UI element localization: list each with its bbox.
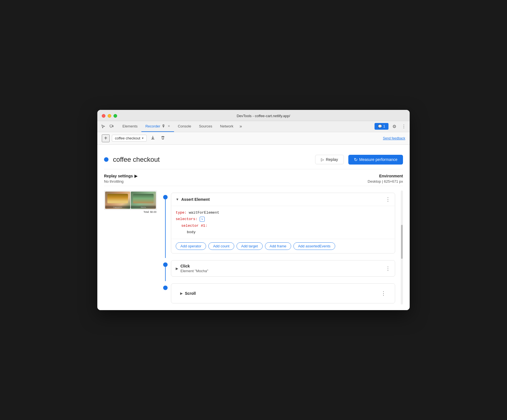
step-more-scroll[interactable]: ⋮	[381, 290, 386, 296]
step-connector-2	[165, 267, 166, 281]
nav-tabs: Elements Recorder 🎙 ✕ Console Sources Ne…	[119, 121, 375, 132]
settings-gear-icon[interactable]: ⚙	[391, 123, 398, 130]
step-header-click: ▶ Click Element "Mocha" ⋮	[171, 260, 395, 276]
chat-icon: 💬	[378, 124, 382, 128]
step-sub-click: Element "Mocha"	[180, 268, 383, 273]
step-more-assert[interactable]: ⋮	[385, 196, 390, 202]
svg-rect-1	[113, 125, 113, 127]
environment-label: Environment	[368, 174, 403, 178]
tab-network[interactable]: Network	[216, 121, 237, 132]
devtools-nav: Elements Recorder 🎙 ✕ Console Sources Ne…	[97, 121, 410, 132]
tab-console-label: Console	[178, 124, 191, 128]
collapse-icon-scroll[interactable]: ▶	[180, 291, 183, 295]
add-count-button[interactable]: Add count	[208, 242, 234, 250]
nav-icons	[100, 123, 115, 130]
step-body-assert: type: waitForElement selectors: ↖ select…	[171, 206, 395, 239]
record-icon: 🎙	[162, 124, 166, 128]
selector1-val: body	[187, 229, 195, 235]
expand-icon: ▶	[134, 174, 137, 178]
dimensions-label: 625×671 px	[384, 179, 403, 184]
tab-elements-label: Elements	[122, 124, 137, 128]
step-dot-2	[163, 262, 168, 267]
replay-play-icon: ▷	[321, 157, 324, 162]
step-row-click: ▶ Click Element "Mocha" ⋮	[160, 258, 400, 281]
add-operator-button[interactable]: Add operator	[176, 242, 206, 250]
replay-settings-toggle[interactable]: Replay settings ▶	[104, 174, 137, 178]
selector-picker-icon[interactable]: ↖	[200, 217, 205, 222]
tab-elements[interactable]: Elements	[119, 121, 141, 132]
send-feedback-link[interactable]: Send feedback	[383, 136, 405, 140]
throttling-label: No throttling	[104, 179, 137, 184]
export-button[interactable]	[149, 134, 157, 142]
steps-list: ▼ Assert Element ⋮ type: waitForElement …	[160, 190, 400, 305]
recording-title: coffee checkout	[113, 156, 311, 163]
measure-performance-button[interactable]: ↻ Measure performance	[348, 155, 403, 165]
total-label: Total: $0.00	[104, 211, 158, 213]
screenshot-frame-2: Mocha	[131, 192, 156, 209]
recording-steps-area: Cappuccino Mocha Total: $0.00	[104, 186, 403, 305]
feedback-count-button[interactable]: 💬 1	[375, 123, 388, 130]
step-connector-1	[165, 199, 166, 258]
recording-status-dot	[104, 157, 108, 162]
tab-console[interactable]: Console	[174, 121, 195, 132]
code-body-line: body	[176, 229, 390, 235]
step-actions-assert: Add operator Add count Add target Add fr…	[171, 239, 395, 253]
replay-label: Replay	[326, 157, 338, 162]
device-label: Desktop	[368, 179, 381, 184]
timeline-sidebar: Cappuccino Mocha Total: $0.00	[104, 190, 160, 305]
scrollbar[interactable]	[401, 190, 403, 305]
collapse-icon-click[interactable]: ▶	[176, 267, 178, 271]
step-dot-col-3	[160, 281, 171, 290]
collapse-icon-assert[interactable]: ▼	[176, 197, 179, 201]
recording-toolbar: + coffee checkout ▾ Send feedback	[97, 132, 410, 145]
type-val: waitForElement	[189, 209, 219, 216]
add-target-button[interactable]: Add target	[236, 242, 263, 250]
step-name-scroll: Scroll	[185, 291, 379, 296]
scrollbar-thumb	[401, 225, 403, 259]
cursor-icon[interactable]	[100, 123, 107, 130]
screenshot-strip: Cappuccino Mocha	[104, 190, 157, 210]
more-tabs-icon[interactable]: »	[237, 123, 244, 130]
new-recording-button[interactable]: +	[102, 134, 110, 142]
traffic-lights	[102, 114, 117, 118]
replay-settings-label: Replay settings	[104, 174, 133, 178]
tab-recorder-label: Recorder	[145, 124, 160, 128]
dimension-separator: |	[382, 179, 384, 184]
selectors-key: selectors:	[176, 216, 197, 222]
minimize-button[interactable]	[108, 114, 111, 118]
device-icon[interactable]	[108, 123, 115, 130]
type-key: type:	[176, 209, 187, 216]
tab-sources[interactable]: Sources	[195, 121, 216, 132]
step-name-assert: Assert Element	[181, 197, 383, 202]
ss-label-1: Cappuccino	[105, 206, 130, 208]
titlebar: DevTools - coffee-cart.netlify.app/	[97, 110, 410, 121]
step-row-assert: ▼ Assert Element ⋮ type: waitForElement …	[160, 190, 400, 258]
measure-icon: ↻	[354, 157, 358, 162]
recording-select[interactable]: coffee checkout ▾	[112, 135, 147, 142]
code-type-line: type: waitForElement	[176, 209, 390, 216]
step-dot-3	[163, 286, 168, 290]
tab-network-label: Network	[220, 124, 233, 128]
close-button[interactable]	[102, 114, 105, 118]
more-options-icon[interactable]: ⋮	[400, 123, 407, 130]
step-name-click: Click	[180, 264, 383, 268]
main-content: coffee checkout ▷ Replay ↻ Measure perfo…	[97, 145, 410, 310]
step-more-click[interactable]: ⋮	[385, 265, 390, 272]
ss-label-2: Mocha	[131, 206, 156, 208]
click-step: ▶ Click Element "Mocha" ⋮	[171, 260, 395, 277]
assert-element-step: ▼ Assert Element ⋮ type: waitForElement …	[171, 193, 395, 254]
add-asserted-events-button[interactable]: Add assertedEvents	[293, 242, 335, 250]
chevron-down-icon: ▾	[142, 136, 144, 140]
add-frame-button[interactable]: Add frame	[265, 242, 291, 250]
maximize-button[interactable]	[114, 114, 117, 118]
step-dot-1	[163, 195, 168, 199]
replay-button[interactable]: ▷ Replay	[315, 155, 344, 164]
settings-bar: Replay settings ▶ No throttling Environm…	[104, 169, 403, 186]
close-tab-icon[interactable]: ✕	[168, 124, 170, 128]
screenshot-frame-1: Cappuccino	[105, 192, 130, 209]
delete-button[interactable]	[159, 134, 167, 142]
tab-recorder[interactable]: Recorder 🎙 ✕	[141, 121, 174, 132]
replay-settings-section: Replay settings ▶ No throttling	[104, 174, 137, 184]
step-header-scroll: ▶ Scroll ⋮	[176, 287, 390, 300]
feedback-count: 1	[383, 124, 385, 128]
